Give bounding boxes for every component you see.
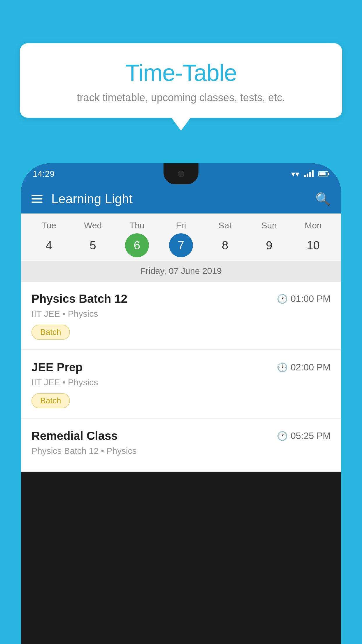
clock-icon: 🕐: [277, 294, 288, 304]
class-time: 🕐01:00 PM: [277, 293, 331, 304]
day-number[interactable]: 8: [213, 233, 237, 257]
day-number[interactable]: 9: [257, 233, 281, 257]
clock-icon: 🕐: [277, 362, 288, 372]
class-header: JEE Prep🕐02:00 PM: [31, 361, 331, 374]
status-icons: ▾▾: [291, 169, 329, 179]
class-name: Remedial Class: [31, 429, 118, 442]
batch-badge: Batch: [31, 393, 70, 408]
day-col-10[interactable]: Mon10: [294, 220, 332, 257]
status-time: 14:29: [33, 169, 55, 179]
search-icon[interactable]: 🔍: [315, 192, 331, 206]
days-row: Tue4Wed5Thu6Fri7Sat8Sun9Mon10: [21, 220, 341, 257]
class-header: Remedial Class🕐05:25 PM: [31, 429, 331, 442]
day-col-6[interactable]: Thu6: [118, 220, 156, 257]
camera: [178, 171, 184, 177]
day-col-7[interactable]: Fri7: [162, 220, 200, 257]
day-name: Wed: [84, 220, 102, 230]
menu-icon[interactable]: [31, 195, 43, 203]
day-number[interactable]: 5: [81, 233, 105, 257]
class-item[interactable]: Remedial Class🕐05:25 PMPhysics Batch 12 …: [21, 419, 341, 471]
app-bar: Learning Light 🔍: [21, 184, 341, 214]
class-list: Physics Batch 12🕐01:00 PMIIT JEE • Physi…: [21, 282, 341, 472]
app-title: Learning Light: [51, 192, 315, 206]
class-time: 🕐05:25 PM: [277, 430, 331, 441]
class-name: JEE Prep: [31, 361, 83, 374]
calendar-strip: Tue4Wed5Thu6Fri7Sat8Sun9Mon10 Friday, 07…: [21, 214, 341, 282]
day-name: Tue: [41, 220, 56, 230]
class-item[interactable]: Physics Batch 12🕐01:00 PMIIT JEE • Physi…: [21, 282, 341, 349]
notch: [164, 163, 198, 184]
class-meta: Physics Batch 12 • Physics: [31, 446, 331, 456]
tooltip-subtitle: track timetable, upcoming classes, tests…: [37, 92, 325, 104]
battery-icon: [318, 171, 329, 176]
batch-badge: Batch: [31, 325, 70, 340]
day-name: Sat: [219, 220, 232, 230]
day-col-5[interactable]: Wed5: [74, 220, 112, 257]
phone-frame: 14:29 ▾▾: [21, 163, 341, 644]
tooltip-card: Time-Table track timetable, upcoming cla…: [20, 43, 342, 118]
day-name: Mon: [305, 220, 321, 230]
date-label: Friday, 07 June 2019: [21, 261, 341, 282]
day-number[interactable]: 7: [169, 233, 193, 257]
clock-icon: 🕐: [277, 431, 288, 441]
time-text: 05:25 PM: [291, 430, 331, 441]
class-meta: IIT JEE • Physics: [31, 377, 331, 387]
time-text: 01:00 PM: [291, 293, 331, 304]
class-time: 🕐02:00 PM: [277, 362, 331, 373]
day-name: Thu: [129, 220, 145, 230]
day-number[interactable]: 4: [37, 233, 61, 257]
time-text: 02:00 PM: [291, 362, 331, 373]
class-name: Physics Batch 12: [31, 292, 127, 305]
signal-icon: [304, 170, 314, 177]
wifi-icon: ▾▾: [291, 169, 299, 179]
class-meta: IIT JEE • Physics: [31, 309, 331, 319]
day-col-4[interactable]: Tue4: [30, 220, 68, 257]
day-number[interactable]: 6: [125, 233, 149, 257]
class-header: Physics Batch 12🕐01:00 PM: [31, 292, 331, 305]
class-item[interactable]: JEE Prep🕐02:00 PMIIT JEE • PhysicsBatch: [21, 350, 341, 418]
day-col-9[interactable]: Sun9: [250, 220, 288, 257]
status-bar: 14:29 ▾▾: [21, 163, 341, 184]
day-col-8[interactable]: Sat8: [206, 220, 244, 257]
day-name: Fri: [176, 220, 186, 230]
day-name: Sun: [261, 220, 277, 230]
phone-inner: 14:29 ▾▾: [21, 163, 341, 644]
tooltip-title: Time-Table: [37, 60, 325, 86]
day-number[interactable]: 10: [301, 233, 325, 257]
